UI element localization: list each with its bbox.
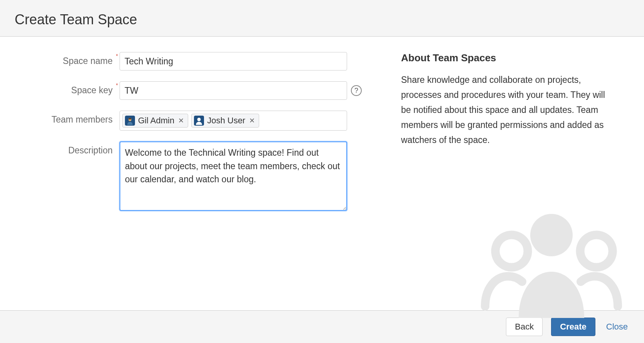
space-name-input[interactable] [120, 52, 347, 71]
space-key-label: Space key [35, 81, 120, 96]
space-name-label: Space name [35, 52, 120, 66]
help-icon[interactable]: ? [351, 85, 362, 96]
space-key-row: Space key ? [35, 81, 362, 100]
avatar-icon [194, 116, 204, 126]
info-body: Share knowledge and collaborate on proje… [401, 72, 609, 148]
member-chip: Gil Admin ✕ [122, 114, 188, 128]
description-textarea[interactable] [120, 141, 347, 211]
create-team-space-dialog: Create Team Space Space name Space key ?… [0, 0, 644, 343]
team-members-input[interactable]: Gil Admin ✕ Josh User ✕ [120, 111, 347, 131]
team-graphic-icon [478, 202, 625, 318]
member-chip-name: Gil Admin [138, 116, 174, 126]
info-column: About Team Spaces Share knowledge and co… [401, 52, 609, 303]
close-button[interactable]: Close [604, 318, 630, 336]
chip-remove-icon[interactable]: ✕ [248, 116, 256, 125]
info-title: About Team Spaces [401, 52, 609, 64]
back-button[interactable]: Back [506, 318, 543, 336]
svg-point-3 [197, 118, 201, 121]
space-name-row: Space name [35, 52, 362, 71]
member-chip: Josh User ✕ [191, 114, 259, 128]
svg-point-4 [530, 214, 573, 256]
create-button[interactable]: Create [551, 318, 595, 336]
team-members-row: Team members Gil Admin ✕ [35, 111, 362, 131]
dialog-body: Space name Space key ? Team members [0, 37, 644, 310]
space-key-input[interactable] [120, 81, 347, 100]
description-row: Description [35, 141, 362, 211]
dialog-title: Create Team Space [15, 12, 629, 28]
team-members-label: Team members [35, 111, 120, 125]
avatar-icon [125, 116, 135, 126]
member-chip-name: Josh User [207, 116, 245, 126]
description-label: Description [35, 141, 120, 156]
dialog-header: Create Team Space [0, 0, 644, 37]
form-column: Space name Space key ? Team members [35, 52, 362, 303]
chip-remove-icon[interactable]: ✕ [177, 116, 185, 125]
